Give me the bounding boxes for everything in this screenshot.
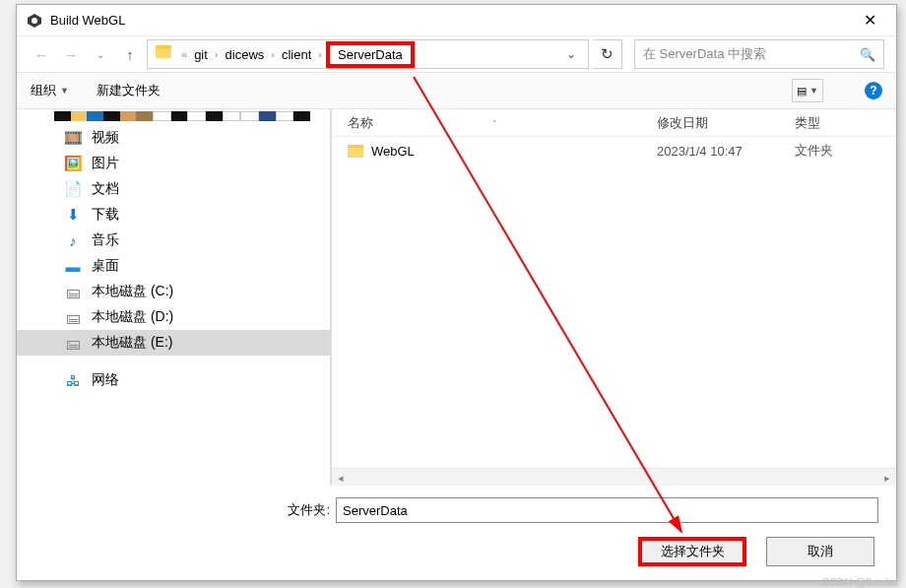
col-modified[interactable]: 修改日期 [657,114,795,132]
nav-recent-button[interactable]: ⌄ [88,41,113,67]
sidebar: 🎞️视频 🖼️图片 📄文档 ⬇下载 ♪音乐 ▬桌面 🖴本地磁盘 (C:) 🖴本地… [17,109,332,486]
search-placeholder: 在 ServerData 中搜索 [643,45,860,63]
documents-icon: 📄 [64,180,82,198]
search-icon: 🔍 [860,47,875,62]
chevron-right-icon: › [314,48,326,60]
chevron-down-icon: ▼ [60,86,69,96]
breadcrumb-segment[interactable]: dicews [223,45,268,64]
help-button[interactable]: ? [865,82,882,99]
breadcrumb-current[interactable]: ServerData [326,41,415,68]
sidebar-item-documents[interactable]: 📄文档 [17,176,330,202]
file-type: 文件夹 [795,142,896,160]
chevron-right-icon: « [177,48,191,60]
dialog-body: 🎞️视频 🖼️图片 📄文档 ⬇下载 ♪音乐 ▬桌面 🖴本地磁盘 (C:) 🖴本地… [17,109,896,486]
drive-icon: 🖴 [64,309,82,326]
breadcrumb-segment[interactable]: git [191,45,211,64]
sidebar-item-pictures[interactable]: 🖼️图片 [17,151,330,176]
window-title: Build WebGL [50,13,854,28]
chevron-right-icon: › [267,48,279,60]
sidebar-item-drive-e[interactable]: 🖴本地磁盘 (E:) [17,330,330,356]
sidebar-item-drive-d[interactable]: 🖴本地磁盘 (D:) [17,304,330,330]
chevron-right-icon: › [211,48,223,60]
sidebar-item-downloads[interactable]: ⬇下载 [17,202,330,228]
svg-point-1 [32,18,37,24]
cancel-button[interactable]: 取消 [766,537,874,566]
horizontal-scrollbar[interactable]: ◂▸ [332,468,896,486]
breadcrumb-segment[interactable]: client [279,45,314,64]
refresh-button[interactable]: ↻ [593,39,622,69]
nav-row: ← → ⌄ ↑ « git › dicews › client › Server… [17,36,896,72]
drive-icon: 🖴 [64,335,82,352]
nav-back-button[interactable]: ← [29,41,54,67]
folder-input[interactable] [336,497,878,523]
color-strip [54,111,310,121]
folder-icon [348,145,363,158]
col-type[interactable]: 类型 [795,114,896,132]
network-icon: 🖧 [64,372,82,389]
app-icon [27,13,42,29]
address-bar[interactable]: « git › dicews › client › ServerData ⌄ [147,39,589,69]
file-modified: 2023/1/4 10:47 [657,144,795,159]
column-headers: 名称 ˄ 修改日期 类型 [332,109,896,137]
video-icon: 🎞️ [64,129,82,147]
dialog-window: Build WebGL ✕ ← → ⌄ ↑ « git › dicews › c… [16,4,897,581]
title-bar: Build WebGL ✕ [17,5,896,36]
sidebar-item-network[interactable]: 🖧网络 [17,367,330,393]
address-dropdown-icon[interactable]: ⌄ [560,47,582,61]
view-options-button[interactable]: ▤ ▼ [792,79,823,102]
select-folder-button[interactable]: 选择文件夹 [638,537,746,566]
drive-icon: 🖴 [64,284,82,300]
sidebar-item-videos[interactable]: 🎞️视频 [17,125,330,151]
nav-forward-button[interactable]: → [58,41,84,67]
col-name[interactable]: 名称 ˄ [332,114,657,132]
sort-asc-icon: ˄ [492,119,497,129]
close-button[interactable]: ✕ [854,7,886,33]
organize-menu[interactable]: 组织▼ [31,82,69,99]
music-icon: ♪ [64,232,82,249]
downloads-icon: ⬇ [64,206,82,224]
dialog-footer: 文件夹: 选择文件夹 取消 [17,486,896,580]
sidebar-item-desktop[interactable]: ▬桌面 [17,253,330,279]
file-list-pane: 名称 ˄ 修改日期 类型 WebGL 2023/1/4 10:47 文件夹 ◂▸ [332,109,896,486]
new-folder-button[interactable]: 新建文件夹 [97,82,161,99]
search-input[interactable]: 在 ServerData 中搜索 🔍 [634,39,884,69]
chevron-down-icon: ▼ [809,86,818,96]
folder-icon [156,45,173,63]
watermark: CSDN @lbxnba [821,576,898,588]
desktop-icon: ▬ [64,258,82,275]
sidebar-item-drive-c[interactable]: 🖴本地磁盘 (C:) [17,279,330,304]
pictures-icon: 🖼️ [64,155,82,172]
sidebar-item-music[interactable]: ♪音乐 [17,228,330,253]
file-name: WebGL [371,144,415,159]
toolbar: 组织▼ 新建文件夹 ▤ ▼ ? [17,72,896,109]
file-row[interactable]: WebGL 2023/1/4 10:47 文件夹 [332,137,896,164]
folder-label: 文件夹: [34,501,330,519]
nav-up-button[interactable]: ↑ [117,41,143,67]
